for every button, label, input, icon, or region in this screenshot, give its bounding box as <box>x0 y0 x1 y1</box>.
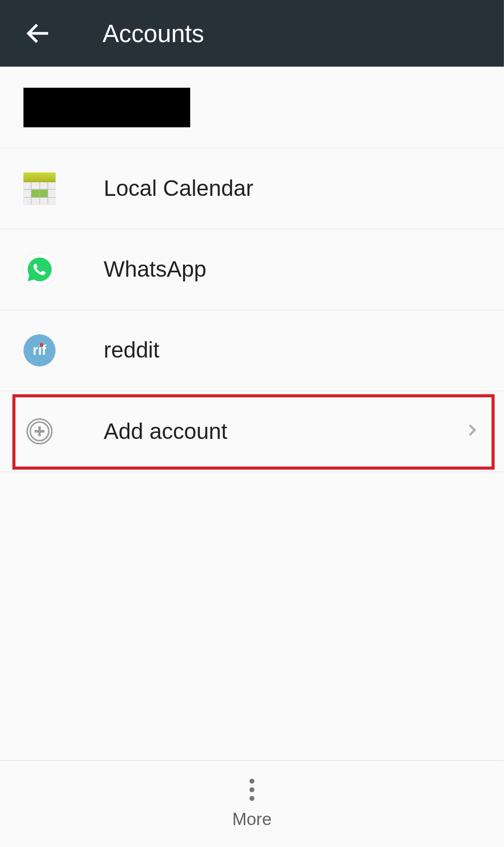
account-label: Local Calendar <box>104 175 480 201</box>
bottom-bar: More <box>0 760 504 847</box>
plus-circle-icon <box>23 415 56 447</box>
redacted-account-label <box>23 87 190 127</box>
account-label: reddit <box>104 337 480 364</box>
page-title: Accounts <box>102 20 204 47</box>
accounts-list: Local Calendar WhatsApp rif reddi <box>0 67 504 472</box>
app-header: Accounts <box>0 0 504 67</box>
add-account-row[interactable]: Add account <box>0 391 504 472</box>
rif-icon: rif <box>23 334 56 366</box>
whatsapp-icon <box>23 253 56 286</box>
add-account-label: Add account <box>104 418 463 445</box>
more-menu-icon[interactable] <box>249 778 255 801</box>
account-row-local-calendar[interactable]: Local Calendar <box>0 148 504 229</box>
calendar-icon <box>23 172 56 205</box>
account-label: WhatsApp <box>104 257 480 283</box>
account-row-redacted[interactable] <box>0 67 504 149</box>
chevron-right-icon <box>463 422 481 441</box>
more-label[interactable]: More <box>232 809 271 829</box>
back-arrow-icon[interactable] <box>23 19 53 48</box>
account-row-reddit[interactable]: rif reddit <box>0 310 504 391</box>
account-row-whatsapp[interactable]: WhatsApp <box>0 229 504 310</box>
